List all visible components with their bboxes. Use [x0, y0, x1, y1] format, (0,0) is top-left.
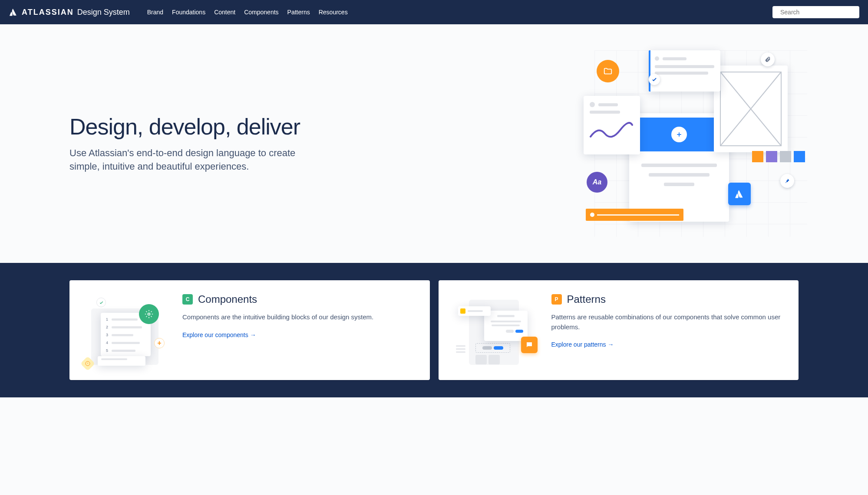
svg-point-3: [148, 313, 150, 315]
components-link[interactable]: Explore our components →: [182, 331, 256, 338]
feature-cards-section: 1 2 3 4 5 +: [0, 263, 868, 397]
search-input[interactable]: [780, 9, 856, 16]
folder-icon: [597, 60, 619, 82]
patterns-illustration: [452, 293, 538, 367]
plus-icon: [676, 131, 683, 138]
atlassian-logo-icon: [9, 7, 18, 17]
components-desc: Components are the intuitive building bl…: [182, 312, 417, 322]
pin-icon: [780, 174, 794, 188]
wave-chart-icon: [590, 121, 633, 143]
search-box[interactable]: [772, 6, 859, 18]
components-badge: C: [182, 294, 193, 305]
hero-subtitle: Use Atlassian's end-to-end design langua…: [69, 147, 313, 174]
typography-icon: Aa: [587, 172, 607, 193]
patterns-link[interactable]: Explore our patterns →: [551, 341, 614, 348]
chat-icon: [521, 337, 538, 353]
hero-illustration: Aa: [581, 50, 799, 237]
nav-resources[interactable]: Resources: [319, 9, 348, 16]
nav-patterns[interactable]: Patterns: [287, 9, 310, 16]
components-illustration: 1 2 3 4 5 +: [83, 293, 169, 367]
nav-foundations[interactable]: Foundations: [172, 9, 205, 16]
hero-title: Design, develop, deliver: [69, 114, 313, 140]
brand-subtitle: Design System: [77, 8, 130, 17]
nav-components[interactable]: Components: [244, 9, 278, 16]
attachment-icon: [761, 52, 775, 66]
components-card: 1 2 3 4 5 +: [69, 280, 430, 380]
components-title: Components: [198, 293, 257, 305]
check-icon: [651, 76, 657, 82]
patterns-title: Patterns: [567, 293, 606, 305]
top-nav: ATLASSIAN Design System Brand Foundation…: [0, 0, 868, 24]
gear-icon: [139, 304, 159, 324]
patterns-desc: Patterns are reusable combinations of ou…: [551, 312, 786, 332]
logo[interactable]: ATLASSIAN Design System: [9, 7, 130, 17]
atlassian-icon: [728, 183, 751, 205]
hero-section: Design, develop, deliver Use Atlassian's…: [0, 24, 868, 263]
nav-content[interactable]: Content: [214, 9, 235, 16]
patterns-card: P Patterns Patterns are reusable combina…: [439, 280, 799, 380]
primary-nav: Brand Foundations Content Components Pat…: [147, 9, 348, 16]
nav-brand[interactable]: Brand: [147, 9, 163, 16]
brand-name: ATLASSIAN: [22, 8, 74, 17]
patterns-badge: P: [551, 294, 562, 305]
